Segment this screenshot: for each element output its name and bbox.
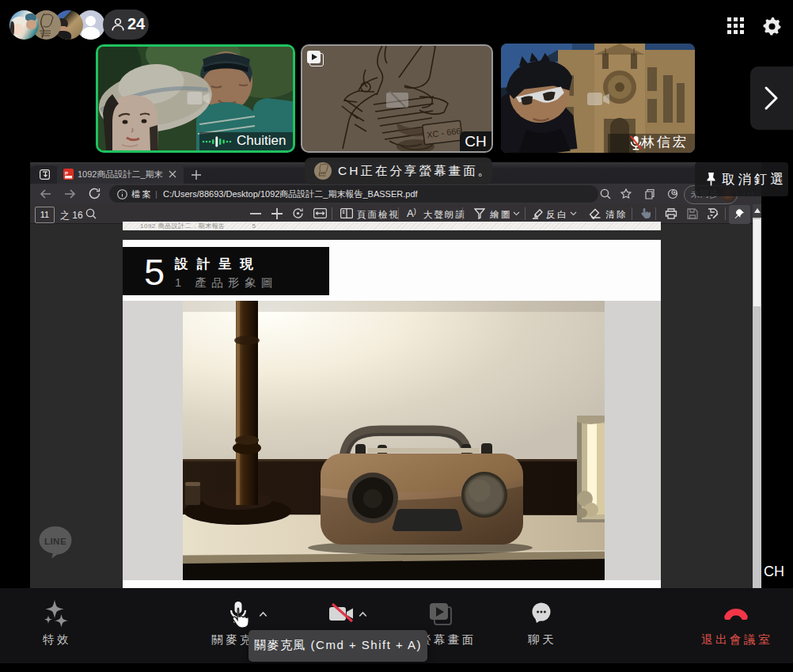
- svg-text:P: P: [65, 171, 68, 176]
- svg-text:LINE: LINE: [44, 537, 66, 546]
